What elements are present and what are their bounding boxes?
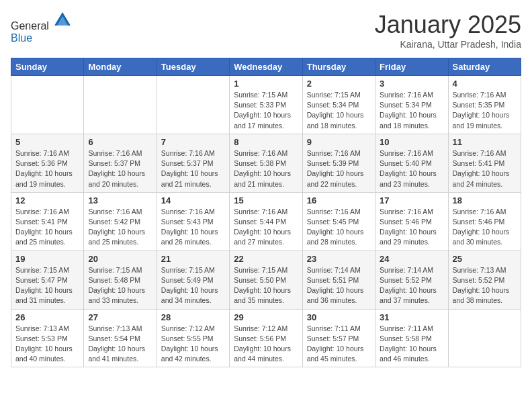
- calendar-week-row: 19Sunrise: 7:15 AM Sunset: 5:47 PM Dayli…: [11, 250, 521, 309]
- calendar-cell: [157, 76, 229, 134]
- day-info: Sunrise: 7:13 AM Sunset: 5:52 PM Dayligh…: [453, 265, 517, 306]
- day-number: 8: [234, 137, 298, 147]
- day-info: Sunrise: 7:13 AM Sunset: 5:53 PM Dayligh…: [15, 324, 79, 365]
- calendar-cell: 5Sunrise: 7:16 AM Sunset: 5:36 PM Daylig…: [11, 134, 84, 192]
- calendar-cell: 23Sunrise: 7:14 AM Sunset: 5:51 PM Dayli…: [302, 250, 375, 309]
- day-info: Sunrise: 7:12 AM Sunset: 5:55 PM Dayligh…: [161, 324, 225, 365]
- calendar-cell: 20Sunrise: 7:15 AM Sunset: 5:48 PM Dayli…: [84, 250, 157, 309]
- day-info: Sunrise: 7:16 AM Sunset: 5:43 PM Dayligh…: [161, 207, 225, 248]
- day-info: Sunrise: 7:15 AM Sunset: 5:50 PM Dayligh…: [234, 265, 298, 306]
- calendar-cell: 30Sunrise: 7:11 AM Sunset: 5:57 PM Dayli…: [302, 309, 375, 367]
- calendar-cell: 7Sunrise: 7:16 AM Sunset: 5:37 PM Daylig…: [157, 134, 229, 192]
- calendar-cell: [448, 309, 521, 367]
- day-number: 12: [15, 195, 79, 205]
- day-number: 22: [234, 254, 298, 264]
- day-info: Sunrise: 7:16 AM Sunset: 5:42 PM Dayligh…: [88, 207, 152, 248]
- day-info: Sunrise: 7:16 AM Sunset: 5:39 PM Dayligh…: [307, 148, 371, 189]
- day-info: Sunrise: 7:16 AM Sunset: 5:34 PM Dayligh…: [380, 90, 443, 131]
- calendar-cell: 14Sunrise: 7:16 AM Sunset: 5:43 PM Dayli…: [157, 192, 229, 250]
- logo-blue: Blue: [11, 32, 32, 44]
- day-info: Sunrise: 7:13 AM Sunset: 5:54 PM Dayligh…: [88, 324, 152, 365]
- day-number: 6: [88, 137, 152, 147]
- calendar-cell: 17Sunrise: 7:16 AM Sunset: 5:46 PM Dayli…: [375, 192, 448, 250]
- day-number: 2: [307, 79, 371, 89]
- weekday-header-monday: Monday: [84, 58, 157, 76]
- calendar-week-row: 26Sunrise: 7:13 AM Sunset: 5:53 PM Dayli…: [11, 309, 521, 367]
- calendar-cell: 31Sunrise: 7:11 AM Sunset: 5:58 PM Dayli…: [375, 309, 448, 367]
- calendar-cell: 4Sunrise: 7:16 AM Sunset: 5:35 PM Daylig…: [448, 76, 521, 134]
- calendar-cell: 6Sunrise: 7:16 AM Sunset: 5:37 PM Daylig…: [84, 134, 157, 192]
- calendar-cell: 2Sunrise: 7:15 AM Sunset: 5:34 PM Daylig…: [302, 76, 375, 134]
- page-header: General Blue January 2025 Kairana, Uttar…: [11, 11, 521, 50]
- calendar-cell: 24Sunrise: 7:14 AM Sunset: 5:52 PM Dayli…: [375, 250, 448, 309]
- calendar-cell: 12Sunrise: 7:16 AM Sunset: 5:41 PM Dayli…: [11, 192, 84, 250]
- weekday-header-tuesday: Tuesday: [157, 58, 229, 76]
- calendar-cell: 16Sunrise: 7:16 AM Sunset: 5:45 PM Dayli…: [302, 192, 375, 250]
- day-info: Sunrise: 7:16 AM Sunset: 5:37 PM Dayligh…: [88, 148, 152, 189]
- day-number: 27: [88, 312, 152, 322]
- day-number: 20: [88, 254, 152, 264]
- day-number: 21: [161, 254, 225, 264]
- day-info: Sunrise: 7:16 AM Sunset: 5:41 PM Dayligh…: [453, 148, 517, 189]
- day-info: Sunrise: 7:16 AM Sunset: 5:40 PM Dayligh…: [380, 148, 443, 189]
- day-info: Sunrise: 7:16 AM Sunset: 5:46 PM Dayligh…: [380, 207, 443, 248]
- day-number: 26: [15, 312, 79, 322]
- day-info: Sunrise: 7:11 AM Sunset: 5:57 PM Dayligh…: [307, 324, 371, 365]
- weekday-header-friday: Friday: [375, 58, 448, 76]
- calendar-cell: 25Sunrise: 7:13 AM Sunset: 5:52 PM Dayli…: [448, 250, 521, 309]
- day-info: Sunrise: 7:15 AM Sunset: 5:48 PM Dayligh…: [88, 265, 152, 306]
- day-number: 13: [88, 195, 152, 205]
- day-info: Sunrise: 7:14 AM Sunset: 5:51 PM Dayligh…: [307, 265, 371, 306]
- calendar-cell: 18Sunrise: 7:16 AM Sunset: 5:46 PM Dayli…: [448, 192, 521, 250]
- location: Kairana, Uttar Pradesh, India: [375, 39, 521, 50]
- day-info: Sunrise: 7:12 AM Sunset: 5:56 PM Dayligh…: [234, 324, 298, 365]
- calendar-cell: 22Sunrise: 7:15 AM Sunset: 5:50 PM Dayli…: [230, 250, 302, 309]
- day-number: 15: [234, 195, 298, 205]
- calendar-cell: 29Sunrise: 7:12 AM Sunset: 5:56 PM Dayli…: [230, 309, 302, 367]
- day-info: Sunrise: 7:15 AM Sunset: 5:34 PM Dayligh…: [307, 90, 371, 131]
- day-info: Sunrise: 7:16 AM Sunset: 5:35 PM Dayligh…: [453, 90, 517, 131]
- day-number: 3: [380, 79, 443, 89]
- logo: General Blue: [11, 11, 72, 44]
- day-number: 1: [234, 79, 298, 89]
- day-info: Sunrise: 7:16 AM Sunset: 5:36 PM Dayligh…: [15, 148, 79, 189]
- day-number: 10: [380, 137, 443, 147]
- day-number: 4: [453, 79, 517, 89]
- day-number: 14: [161, 195, 225, 205]
- day-number: 29: [234, 312, 298, 322]
- calendar-cell: 27Sunrise: 7:13 AM Sunset: 5:54 PM Dayli…: [84, 309, 157, 367]
- day-number: 18: [453, 195, 517, 205]
- day-info: Sunrise: 7:15 AM Sunset: 5:33 PM Dayligh…: [234, 90, 298, 131]
- calendar-header-row: SundayMondayTuesdayWednesdayThursdayFrid…: [11, 58, 521, 76]
- calendar-cell: [11, 76, 84, 134]
- calendar-cell: [84, 76, 157, 134]
- day-number: 16: [307, 195, 371, 205]
- day-info: Sunrise: 7:15 AM Sunset: 5:47 PM Dayligh…: [15, 265, 79, 306]
- day-info: Sunrise: 7:16 AM Sunset: 5:45 PM Dayligh…: [307, 207, 371, 248]
- day-info: Sunrise: 7:16 AM Sunset: 5:44 PM Dayligh…: [234, 207, 298, 248]
- day-info: Sunrise: 7:16 AM Sunset: 5:38 PM Dayligh…: [234, 148, 298, 189]
- logo-icon: [53, 11, 72, 30]
- day-info: Sunrise: 7:16 AM Sunset: 5:46 PM Dayligh…: [453, 207, 517, 248]
- day-number: 31: [380, 312, 443, 322]
- weekday-header-sunday: Sunday: [11, 58, 84, 76]
- calendar-cell: 11Sunrise: 7:16 AM Sunset: 5:41 PM Dayli…: [448, 134, 521, 192]
- day-number: 24: [380, 254, 443, 264]
- calendar-cell: 13Sunrise: 7:16 AM Sunset: 5:42 PM Dayli…: [84, 192, 157, 250]
- logo-general: General: [11, 20, 49, 32]
- day-info: Sunrise: 7:16 AM Sunset: 5:37 PM Dayligh…: [161, 148, 225, 189]
- calendar-cell: 1Sunrise: 7:15 AM Sunset: 5:33 PM Daylig…: [230, 76, 302, 134]
- calendar-cell: 3Sunrise: 7:16 AM Sunset: 5:34 PM Daylig…: [375, 76, 448, 134]
- calendar-cell: 28Sunrise: 7:12 AM Sunset: 5:55 PM Dayli…: [157, 309, 229, 367]
- day-number: 28: [161, 312, 225, 322]
- calendar-cell: 19Sunrise: 7:15 AM Sunset: 5:47 PM Dayli…: [11, 250, 84, 309]
- calendar-cell: 9Sunrise: 7:16 AM Sunset: 5:39 PM Daylig…: [302, 134, 375, 192]
- calendar-week-row: 12Sunrise: 7:16 AM Sunset: 5:41 PM Dayli…: [11, 192, 521, 250]
- day-info: Sunrise: 7:16 AM Sunset: 5:41 PM Dayligh…: [15, 207, 79, 248]
- calendar-week-row: 1Sunrise: 7:15 AM Sunset: 5:33 PM Daylig…: [11, 76, 521, 134]
- weekday-header-saturday: Saturday: [448, 58, 521, 76]
- day-number: 5: [15, 137, 79, 147]
- day-number: 19: [15, 254, 79, 264]
- calendar-cell: 26Sunrise: 7:13 AM Sunset: 5:53 PM Dayli…: [11, 309, 84, 367]
- day-number: 11: [453, 137, 517, 147]
